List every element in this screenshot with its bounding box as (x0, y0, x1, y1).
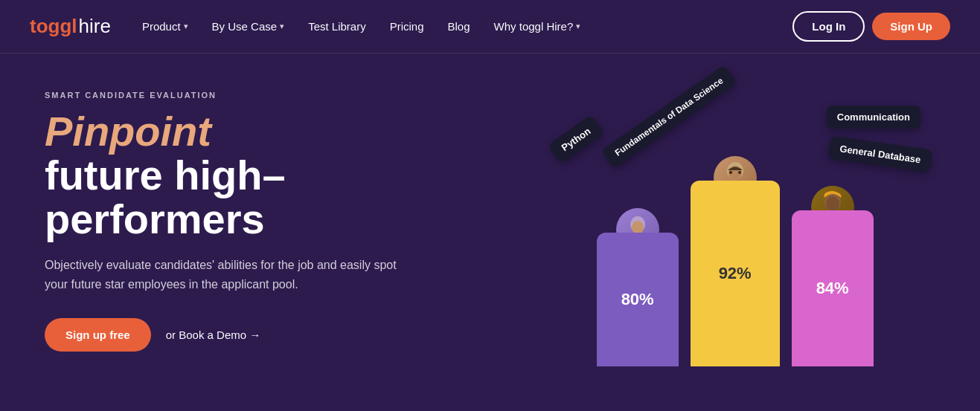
bars-container: 80% (597, 143, 874, 366)
nav-test-library[interactable]: Test Library (298, 14, 377, 39)
signup-free-button[interactable]: Sign up free (45, 318, 151, 352)
bar-purple: 80% (597, 233, 679, 366)
headline-rest: future high–performers (45, 152, 286, 242)
header: toggl hire Product ▾ By Use Case ▾ Test … (0, 0, 980, 54)
bar-pink-wrapper: 84% (792, 210, 874, 366)
logo-hire: hire (79, 15, 111, 38)
nav-actions: Log In Sign Up (792, 11, 950, 42)
hero-subtext: Objectively evaluate candidates' abiliti… (45, 256, 402, 294)
signup-button[interactable]: Sign Up (872, 13, 950, 40)
login-button[interactable]: Log In (792, 11, 865, 42)
cta-row: Sign up free or Book a Demo → (45, 318, 534, 352)
nav-product[interactable]: Product ▾ (132, 14, 199, 39)
headline-pinpoint: Pinpoint (45, 108, 211, 155)
nav-pricing[interactable]: Pricing (379, 14, 435, 39)
chevron-down-icon: ▾ (576, 22, 580, 31)
hero-headline: Pinpoint future high–performers (45, 110, 534, 241)
bar-pink-percent: 84% (816, 279, 849, 298)
svg-point-9 (826, 196, 839, 211)
svg-point-6 (738, 171, 741, 174)
hero-chart: Python Fundamentals of Data Science Comm… (534, 83, 935, 381)
logo-toggl: toggl (30, 15, 77, 38)
tag-communication: Communication (827, 106, 920, 129)
bar-purple-wrapper: 80% (597, 233, 679, 366)
bar-yellow: 92% (691, 181, 780, 366)
chevron-down-icon: ▾ (184, 22, 188, 31)
nav-why-toggl-hire[interactable]: Why toggl Hire? ▾ (484, 14, 592, 39)
nav-by-use-case[interactable]: By Use Case ▾ (202, 14, 295, 39)
chevron-down-icon: ▾ (280, 22, 284, 31)
logo[interactable]: toggl hire (30, 15, 111, 38)
nav-blog[interactable]: Blog (438, 14, 481, 39)
svg-point-5 (729, 171, 732, 174)
bar-yellow-percent: 92% (719, 264, 752, 283)
eyebrow-text: SMART CANDIDATE EVALUATION (45, 91, 534, 100)
bar-yellow-wrapper: 92% (691, 181, 780, 366)
bar-purple-percent: 80% (621, 290, 654, 309)
main-content: SMART CANDIDATE EVALUATION Pinpoint futu… (0, 54, 980, 411)
hero-left: SMART CANDIDATE EVALUATION Pinpoint futu… (45, 83, 534, 381)
book-demo-link[interactable]: or Book a Demo → (166, 329, 261, 341)
main-nav: Product ▾ By Use Case ▾ Test Library Pri… (132, 14, 787, 39)
bar-pink: 84% (792, 210, 874, 366)
